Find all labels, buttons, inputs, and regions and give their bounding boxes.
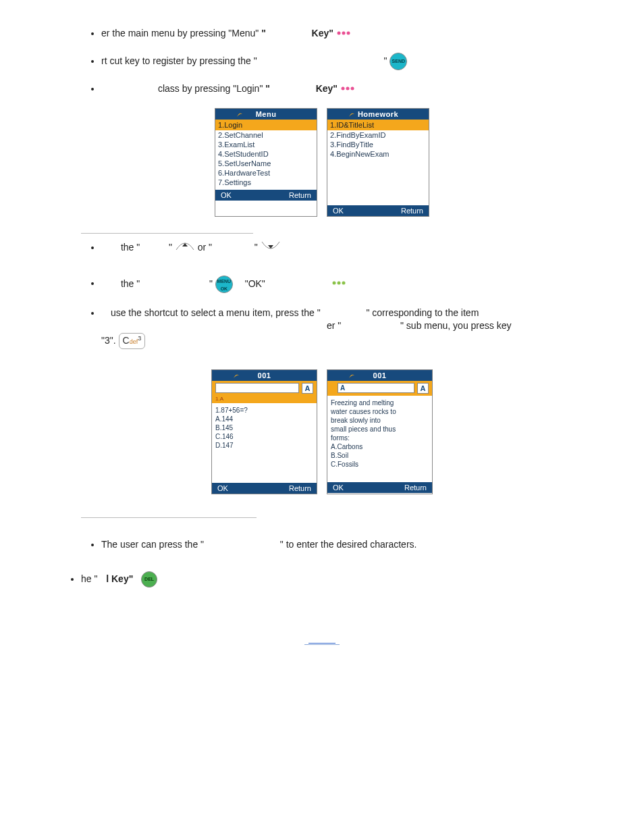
menu-item[interactable]: 2.FindByExamID (330, 130, 426, 140)
device-footer: OK Return (327, 482, 432, 493)
return-softkey[interactable]: Return (401, 207, 423, 215)
question-body: 1.87+56=? A.144 B.145 C.146 D.147 (212, 403, 317, 483)
intro-bullet-2: rt cut key to register by pressing the "… (101, 53, 583, 70)
question-line: C.Fossils (331, 460, 429, 469)
question-line: small pieces and thus (331, 425, 429, 434)
menu-highlight[interactable]: 1.Login (215, 120, 317, 130)
question-line: C.146 (215, 432, 313, 441)
ok-softkey[interactable]: OK (333, 207, 344, 215)
question-line: break slowly into (331, 416, 429, 425)
answer-bar: A (212, 381, 317, 396)
key-label: Key" (316, 83, 338, 94)
text: er the main menu by pressing "Menu" (101, 28, 261, 38)
device-homework-screen: Homework 1.ID&TitleList 2.FindByExamID 3… (327, 108, 429, 217)
question-line: water causes rocks to (331, 407, 429, 416)
svg-point-9 (337, 281, 340, 284)
svg-point-3 (341, 86, 344, 90)
nav-bullet-list: the " " or " " the " " MENUOK "OK" use t… (61, 240, 583, 348)
svg-point-10 (342, 281, 345, 284)
svg-point-4 (346, 86, 349, 90)
menu-item[interactable]: 4.BeginNewExam (330, 149, 426, 159)
menu-items: 2.FindByExamID 3.FindByTitle 4.BeginNewE… (327, 130, 429, 205)
question-index: 1.A (212, 396, 317, 403)
return-softkey[interactable]: Return (289, 484, 311, 492)
menu-item[interactable]: 6.HardwareTest (218, 168, 314, 178)
device-titlebar: 001 (212, 370, 317, 381)
device-titlebar: 001 (327, 370, 432, 381)
question-screens: 001 A 1.A 1.87+56=? A.144 B.145 C.146 D.… (61, 369, 583, 494)
question-line: B.Soil (331, 451, 429, 460)
text: " to enter the desired characters. (280, 539, 417, 550)
key-3-cdef-icon[interactable]: Cdef3 (119, 333, 146, 349)
intro-bullet-list: er the main menu by pressing "Menu" " Ke… (61, 27, 583, 96)
menu-highlight[interactable]: 1.ID&TitleList (327, 120, 429, 130)
page-number (61, 635, 583, 644)
svg-point-2 (346, 31, 350, 34)
text: " corresponding to the item (366, 307, 479, 318)
svg-point-0 (337, 31, 340, 34)
text: the " (121, 242, 140, 253)
send-key-icon[interactable]: SEND (390, 53, 407, 70)
input-bullet-list: The user can press the " " to enter the … (61, 538, 583, 588)
options-dots-green-icon (331, 278, 346, 291)
input-bullet-2: he " l Key" DEL (81, 571, 583, 588)
answer-input[interactable]: A (338, 383, 414, 393)
text: " (383, 55, 387, 66)
intro-bullet-3: class by pressing "Login" " Key" (101, 82, 583, 96)
arrow-down-icon[interactable] (261, 240, 281, 255)
key-label: l Key" (106, 573, 133, 584)
question-line: 1.87+56=? (215, 406, 313, 415)
return-softkey[interactable]: Return (404, 484, 427, 492)
menu-items: 2.SetChannel 3.ExamList 4.SetStudentID 5… (215, 130, 317, 190)
text: or " (198, 242, 212, 253)
device-footer: OK Return (215, 190, 317, 201)
text: " sub menu, you press key (400, 320, 512, 331)
section-divider (81, 230, 253, 234)
text: he " (81, 573, 97, 584)
menu-item[interactable]: 3.ExamList (218, 140, 314, 149)
options-dots-pink-icon (336, 28, 351, 41)
logo-icon (348, 371, 356, 381)
device-footer: OK Return (212, 483, 317, 494)
text: class by pressing "Login" (158, 83, 265, 94)
menu-item[interactable]: 5.SetUserName (218, 159, 314, 168)
text: er " (327, 320, 341, 331)
input-mode-indicator: A (417, 383, 429, 394)
del-key-icon[interactable]: DEL (141, 571, 157, 588)
section-divider (81, 515, 257, 518)
question-line: A.144 (215, 415, 313, 423)
question-line: D.147 (215, 441, 313, 450)
ok-softkey[interactable]: OK (333, 484, 344, 492)
input-mode-indicator: A (302, 383, 313, 394)
text: "3". (101, 334, 116, 345)
menu-item[interactable]: 3.FindByTitle (330, 140, 426, 149)
device-menu-screen: Menu 1.Login 2.SetChannel 3.ExamList 4.S… (215, 108, 317, 217)
input-bullet-1: The user can press the " " to enter the … (101, 538, 583, 552)
text: " (254, 242, 258, 253)
return-softkey[interactable]: Return (289, 191, 311, 199)
menu-ok-key-icon[interactable]: MENUOK (215, 276, 233, 293)
device-titlebar: Menu (215, 109, 317, 120)
key-label: Key" (312, 28, 333, 38)
menu-item[interactable]: 7.Settings (218, 178, 314, 187)
text: The user can press the " (101, 539, 204, 550)
device-question1: 001 A 1.A 1.87+56=? A.144 B.145 C.146 D.… (211, 369, 317, 494)
menu-item[interactable]: 4.SetStudentID (218, 149, 314, 159)
ok-softkey[interactable]: OK (217, 484, 228, 492)
nav-bullet-2: the " " MENUOK "OK" (101, 276, 583, 293)
arrow-up-icon[interactable] (175, 240, 195, 255)
nav-bullet-3: use the shortcut to select a menu item, … (101, 307, 583, 349)
menu-item[interactable]: 2.SetChannel (218, 130, 314, 140)
logo-icon (348, 110, 356, 120)
text: "OK" (245, 278, 265, 288)
question-line: A.Carbons (331, 442, 429, 451)
device-titlebar: Homework (327, 109, 429, 120)
ok-softkey[interactable]: OK (221, 191, 232, 199)
question-line: Freezing and melting (331, 398, 429, 407)
question-body: Freezing and melting water causes rocks … (327, 396, 432, 482)
intro-bullet-1: er the main menu by pressing "Menu" " Ke… (101, 27, 583, 41)
answer-input[interactable] (215, 383, 299, 393)
svg-point-8 (332, 281, 336, 284)
text: use the shortcut to select a menu item, … (111, 307, 321, 318)
logo-icon (236, 110, 244, 120)
